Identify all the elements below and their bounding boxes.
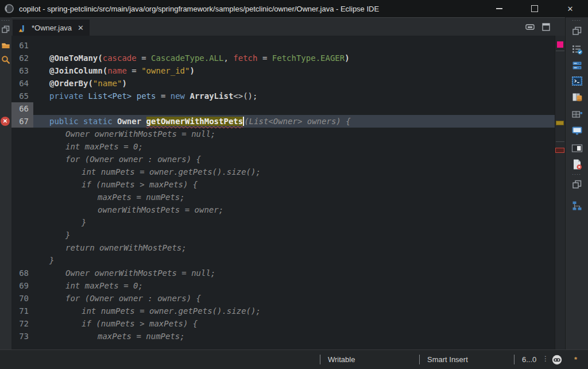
line-number[interactable]: 66: [11, 102, 33, 115]
viewport-top-line: [556, 51, 564, 51]
ghost-suggestion-line[interactable]: ownerWithMostPets = owner;: [11, 203, 555, 216]
package-explorer-icon[interactable]: [1, 40, 10, 49]
line-number[interactable]: 65: [11, 90, 33, 102]
code-text: @JoinColumn(name = "owner_id"): [33, 64, 555, 77]
line-number[interactable]: 72: [11, 317, 33, 330]
line-number[interactable]: [11, 229, 33, 241]
line-number[interactable]: [11, 191, 33, 203]
code-line-72[interactable]: 72if (numPets > maxPets) {: [11, 317, 555, 330]
eclipse-window: copilot - spring-petclinic/src/main/java…: [0, 0, 588, 369]
ghost-suggestion-line[interactable]: }: [11, 254, 555, 267]
copilot-ghost-text: (List<Owner> owners) {: [244, 117, 350, 126]
minimize-editor-icon[interactable]: [525, 22, 535, 32]
line-number[interactable]: 71: [11, 305, 33, 317]
overview-ruler[interactable]: [555, 36, 565, 349]
restore-views-icon[interactable]: [1, 25, 10, 34]
code-line-73[interactable]: 73maxPets = numPets;: [11, 330, 555, 343]
type-hierarchy-icon[interactable]: [571, 200, 583, 212]
code-text: Owner ownerWithMostPets = null;: [33, 128, 555, 140]
ghost-suggestion-line[interactable]: Owner ownerWithMostPets = null;: [11, 128, 555, 140]
code-text: int maxPets = 0;: [33, 140, 555, 153]
tab-close-icon[interactable]: ✕: [78, 24, 84, 32]
code-line-64[interactable]: 64@OrderBy("name"): [11, 77, 555, 90]
ghost-suggestion-line[interactable]: int maxPets = 0;: [11, 140, 555, 153]
tab-owner-java[interactable]: J *Owner.java ✕: [13, 20, 90, 36]
line-number[interactable]: 62: [11, 52, 33, 64]
status-bar: Writable Smart Insert 6...0 ⋮ *: [0, 349, 588, 369]
pink-occurrence-marker[interactable]: [557, 41, 563, 48]
line-number[interactable]: [11, 166, 33, 178]
line-number[interactable]: [11, 178, 33, 191]
code-line-61[interactable]: 61: [11, 39, 555, 52]
copilot-ghost-text: Owner ownerWithMostPets = null;: [65, 268, 215, 278]
line-number[interactable]: [11, 254, 33, 267]
code-line-62[interactable]: 62@OneToMany(cascade = CascadeType.ALL, …: [11, 52, 555, 64]
code-text: ownerWithMostPets = owner;: [33, 203, 555, 216]
ghost-suggestion-line[interactable]: if (numPets > maxPets) {: [11, 178, 555, 191]
drag-handle-dots-icon: ····: [1, 18, 10, 22]
red-error-marker[interactable]: [555, 148, 564, 153]
title-bar: copilot - spring-petclinic/src/main/java…: [0, 0, 588, 17]
code-line-70[interactable]: 70for (Owner owner : owners) {: [11, 292, 555, 305]
java-file-warning-icon: J: [18, 24, 28, 33]
line-number[interactable]: [11, 153, 33, 166]
line-number[interactable]: [11, 216, 33, 229]
restore-views-icon[interactable]: [571, 179, 583, 190]
code-line-67[interactable]: 67public static Owner getOwnerWithMostPe…: [11, 115, 555, 128]
restore-views-icon[interactable]: [571, 25, 583, 37]
statusbar-divider: [419, 355, 420, 364]
plugin-registry-icon[interactable]: [571, 109, 583, 120]
overflow-menu-icon[interactable]: ⋮: [542, 355, 549, 363]
line-number[interactable]: 70: [11, 292, 33, 305]
line-number[interactable]: [11, 241, 33, 254]
code-text: maxPets = numPets;: [33, 330, 555, 343]
code-line-71[interactable]: 71int numPets = owner.getPets().size();: [11, 305, 555, 317]
ghost-suggestion-line[interactable]: }: [11, 216, 555, 229]
eclipse-logo-icon: [5, 4, 14, 13]
terminal-icon[interactable]: [571, 75, 583, 87]
ghost-suggestion-line[interactable]: for (Owner owner : owners) {: [11, 153, 555, 166]
code-line-63[interactable]: 63@JoinColumn(name = "owner_id"): [11, 64, 555, 77]
error-log-icon[interactable]: [571, 159, 583, 170]
code-line-65[interactable]: 65private List<Pet> pets = new ArrayList…: [11, 90, 555, 102]
line-number[interactable]: 67: [11, 115, 33, 128]
ghost-suggestion-line[interactable]: }: [11, 229, 555, 241]
line-number[interactable]: [11, 128, 33, 140]
line-number[interactable]: 69: [11, 279, 33, 292]
line-number[interactable]: 61: [11, 39, 33, 52]
yellow-occurrence-marker[interactable]: [556, 121, 564, 125]
window-close-button[interactable]: ✕: [552, 0, 588, 17]
cursor-position-indicator[interactable]: 6...0: [522, 355, 536, 364]
window-maximize-button[interactable]: [517, 0, 552, 17]
copilot-status-icon[interactable]: [551, 354, 563, 366]
line-number[interactable]: 68: [11, 267, 33, 279]
statusbar-divider: [514, 355, 514, 364]
display-icon[interactable]: [571, 125, 583, 136]
servers-icon[interactable]: [571, 60, 583, 71]
line-number[interactable]: [11, 203, 33, 216]
console-icon[interactable]: [571, 143, 583, 154]
code-line-69[interactable]: 69int maxPets = 0;: [11, 279, 555, 292]
line-number[interactable]: 64: [11, 77, 33, 90]
ghost-suggestion-line[interactable]: int numPets = owner.getPets().size();: [11, 166, 555, 178]
search-icon[interactable]: [1, 55, 10, 64]
line-number[interactable]: 63: [11, 64, 33, 77]
copilot-ghost-text: for (Owner owner : owners) {: [65, 155, 201, 164]
error-annotation-icon[interactable]: ✕: [1, 117, 10, 126]
insert-mode-indicator: Smart Insert: [427, 355, 468, 364]
copilot-ghost-text: for (Owner owner : owners) {: [65, 294, 201, 303]
line-number[interactable]: [11, 140, 33, 153]
tasks-icon[interactable]: [571, 44, 583, 55]
code-line-68[interactable]: 68Owner ownerWithMostPets = null;: [11, 267, 555, 279]
window-controls: ✕: [481, 0, 588, 17]
copilot-ghost-text: ownerWithMostPets = owner;: [98, 205, 223, 214]
data-source-explorer-icon[interactable]: [571, 91, 583, 103]
code-text: if (numPets > maxPets) {: [33, 178, 555, 191]
maximize-editor-icon[interactable]: [541, 22, 551, 32]
code-line-66[interactable]: 66: [11, 102, 555, 115]
ghost-suggestion-line[interactable]: return ownerWithMostPets;: [11, 241, 555, 254]
line-number[interactable]: 73: [11, 330, 33, 343]
code-editor[interactable]: 6162@OneToMany(cascade = CascadeType.ALL…: [11, 36, 565, 349]
ghost-suggestion-line[interactable]: maxPets = numPets;: [11, 191, 555, 203]
window-minimize-button[interactable]: [481, 0, 517, 17]
